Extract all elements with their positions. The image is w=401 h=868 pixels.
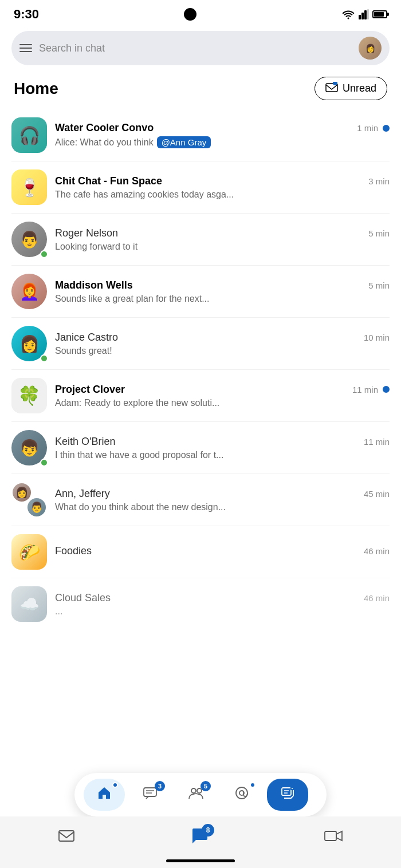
- svg-rect-1: [361, 13, 364, 19]
- chat-item[interactable]: 👩 Janice Castro 10 min Sounds great!: [11, 318, 390, 370]
- mention-dot: [250, 782, 255, 788]
- svg-rect-13: [282, 788, 291, 795]
- chat-avatar: 🌮: [11, 534, 47, 570]
- home-header: Home Unread: [0, 74, 401, 109]
- search-placeholder: Search in chat: [39, 42, 352, 54]
- chat-avatar: 🎧: [11, 117, 47, 153]
- mention-tag: @Ann Gray: [157, 136, 211, 148]
- chat-info: Janice Castro 10 min Sounds great!: [55, 332, 390, 356]
- svg-rect-17: [59, 831, 74, 841]
- chat-time: 11 min: [352, 385, 378, 394]
- svg-rect-2: [364, 10, 367, 19]
- chat-time: 1 min: [357, 123, 378, 133]
- signal-icon: [359, 9, 369, 19]
- online-indicator: [40, 250, 48, 258]
- mention-icon: [234, 786, 249, 804]
- chat-avatar: 👩: [11, 326, 47, 361]
- nav-home[interactable]: [84, 779, 125, 811]
- chat-item[interactable]: 👦 Keith O'Brien 11 min I thin that we ha…: [11, 422, 390, 474]
- compose-icon: [280, 786, 295, 804]
- svg-point-11: [236, 787, 247, 799]
- video-tab[interactable]: [324, 828, 343, 847]
- chat-item[interactable]: 🌮 Foodies 46 min: [11, 526, 390, 578]
- home-icon: [97, 786, 112, 804]
- chat-info: Project Clover 11 min Adam: Ready to exp…: [55, 384, 390, 408]
- search-bar[interactable]: Search in chat 👩: [11, 31, 390, 65]
- chat-preview: Adam: Ready to explore the new soluti...: [55, 398, 390, 408]
- chat-avatar: 🍀: [11, 378, 47, 413]
- chat-name: Cloud Sales: [55, 592, 111, 604]
- user-avatar[interactable]: 👩: [359, 37, 382, 60]
- unread-indicator: [383, 125, 390, 132]
- chat-time: 5 min: [368, 228, 390, 238]
- mail-tab[interactable]: [58, 828, 75, 847]
- chat-name: Foodies: [55, 545, 92, 557]
- status-icons: [341, 9, 387, 19]
- home-indicator: [166, 859, 235, 862]
- chat-name: Water Cooler Convo: [55, 122, 154, 134]
- unread-indicator: [383, 386, 390, 393]
- nav-mention[interactable]: [221, 779, 262, 811]
- chat-avatar: 👩‍🦰: [11, 274, 47, 309]
- chat-preview: I thin that we have a good proposal for …: [55, 450, 390, 460]
- chat-time: 11 min: [364, 437, 390, 447]
- chat-item[interactable]: 👨 Roger Nelson 5 min Looking forward to …: [11, 214, 390, 266]
- chat-name: Ann, Jeffery: [55, 488, 110, 500]
- nav-home-dot: [112, 782, 118, 788]
- chat-info: Cloud Sales 46 min ...: [55, 592, 390, 617]
- chat-preview: What do you think about the new design..…: [55, 502, 390, 512]
- chat-tab-badge: 8: [202, 824, 214, 837]
- chat-item[interactable]: 👩‍🦰 Maddison Wells 5 min Sounds like a g…: [11, 266, 390, 318]
- chat-item[interactable]: 👩 👨 Ann, Jeffery 45 min What do you thin…: [11, 474, 390, 526]
- chat-avatar: 👦: [11, 430, 47, 465]
- chat-time: 46 min: [364, 593, 390, 603]
- chat-item[interactable]: 🎧 Water Cooler Convo 1 min Alice: What d…: [11, 109, 390, 161]
- chat-name: Keith O'Brien: [55, 436, 116, 448]
- chat-preview: Looking forward to it: [55, 242, 390, 252]
- chat-tab[interactable]: 8: [190, 827, 209, 849]
- chat-item[interactable]: 🍷 Chit Chat - Fun Space 3 min The cafe h…: [11, 161, 390, 214]
- chat-time: 5 min: [368, 281, 390, 290]
- chat-info: Water Cooler Convo 1 min Alice: What do …: [55, 122, 390, 148]
- status-bar: 9:30: [0, 0, 401, 26]
- chat-time: 45 min: [364, 489, 390, 499]
- chat-item[interactable]: ☁️ Cloud Sales 46 min ...: [11, 578, 390, 630]
- chat-name: Maddison Wells: [55, 279, 133, 291]
- chat-badge: 3: [155, 781, 165, 791]
- svg-rect-0: [359, 15, 361, 19]
- page-title: Home: [14, 80, 58, 98]
- camera-dot: [184, 8, 196, 21]
- chat-name: Chit Chat - Fun Space: [55, 175, 162, 187]
- chat-time: 3 min: [368, 176, 390, 186]
- compose-button[interactable]: [267, 779, 308, 811]
- video-icon: [324, 828, 343, 847]
- status-time: 9:30: [14, 7, 39, 22]
- wifi-icon: [341, 9, 355, 19]
- unread-icon: [325, 82, 338, 95]
- floating-nav: 3 5: [74, 773, 327, 816]
- battery-icon: [372, 10, 387, 18]
- chat-item[interactable]: 🍀 Project Clover 11 min Adam: Ready to e…: [11, 370, 390, 422]
- chat-name: Project Clover: [55, 384, 125, 396]
- nav-team[interactable]: 5: [175, 779, 217, 811]
- chat-avatar: 🍷: [11, 169, 47, 205]
- unread-button[interactable]: Unread: [314, 77, 387, 100]
- chat-info: Maddison Wells 5 min Sounds like a great…: [55, 279, 390, 304]
- chat-name: Janice Castro: [55, 332, 118, 344]
- online-indicator: [40, 354, 48, 362]
- nav-chat[interactable]: 3: [129, 779, 171, 811]
- svg-rect-18: [325, 831, 336, 841]
- bottom-bar: 8: [0, 816, 401, 868]
- team-badge: 5: [200, 781, 211, 791]
- chat-time: 10 min: [364, 333, 390, 342]
- svg-point-9: [191, 788, 196, 793]
- chat-info: Foodies 46 min: [55, 545, 390, 559]
- chat-name: Roger Nelson: [55, 227, 118, 239]
- chat-preview: Sounds great!: [55, 346, 390, 356]
- chat-preview: The cafe has amazing cookies today asga.…: [55, 190, 390, 200]
- chat-info: Roger Nelson 5 min Looking forward to it: [55, 227, 390, 252]
- svg-rect-3: [367, 9, 369, 19]
- chat-info: Keith O'Brien 11 min I thin that we have…: [55, 436, 390, 460]
- chat-preview: Alice: What do you think @Ann Gray: [55, 136, 390, 148]
- menu-icon[interactable]: [19, 44, 32, 52]
